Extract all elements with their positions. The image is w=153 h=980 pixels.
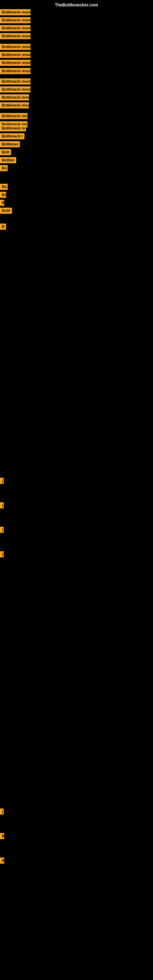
- bottleneck-badge-18: Bott: [0, 149, 11, 155]
- bottleneck-badge-6: Bottleneck result: [0, 52, 30, 58]
- bottleneck-badge-9: Bottleneck result: [0, 78, 30, 84]
- bottleneck-badge-26: |: [0, 478, 4, 484]
- bottleneck-badge-32: B: [0, 858, 4, 864]
- bottleneck-badge-21: Bo: [0, 184, 8, 190]
- bottleneck-badge-2: Bottleneck result: [0, 17, 30, 23]
- bottleneck-badge-3: Bottleneck result: [0, 25, 30, 31]
- bottleneck-badge-8: Bottleneck result: [0, 68, 30, 74]
- bottleneck-badge-25: B: [0, 224, 6, 230]
- bottleneck-badge-15: Bottleneck re: [0, 125, 26, 131]
- bottleneck-badge-13: Bottleneck res: [0, 113, 27, 119]
- bottleneck-badge-11: Bottleneck resu: [0, 94, 29, 100]
- bottleneck-badge-10: Bottleneck result: [0, 86, 30, 92]
- bottleneck-badge-27: |: [0, 502, 4, 508]
- bottleneck-badge-24: Bottl: [0, 208, 12, 214]
- bottleneck-badge-1: Bottleneck result: [0, 9, 30, 15]
- bottleneck-badge-30: |: [0, 808, 4, 815]
- bottleneck-badge-12: Bottleneck resu: [0, 102, 29, 108]
- bottleneck-badge-7: Bottleneck result: [0, 60, 30, 66]
- bottleneck-badge-31: B: [0, 833, 4, 839]
- bottleneck-badge-5: Bottleneck result: [0, 44, 30, 50]
- bottleneck-badge-20: Bo: [0, 165, 8, 171]
- bottleneck-badge-16: Bottleneck r: [0, 133, 24, 139]
- bottleneck-badge-28: |: [0, 527, 4, 533]
- bottleneck-badge-19: Bottlen: [0, 157, 16, 163]
- bottleneck-badge-23: B: [0, 200, 4, 206]
- site-title: TheBottlenecker.com: [55, 2, 98, 7]
- bottleneck-badge-17: Bottlenec: [0, 141, 20, 147]
- bottleneck-badge-29: |: [0, 551, 4, 557]
- bottleneck-badge-22: Bo: [0, 192, 6, 198]
- bottleneck-badge-4: Bottleneck result: [0, 33, 30, 39]
